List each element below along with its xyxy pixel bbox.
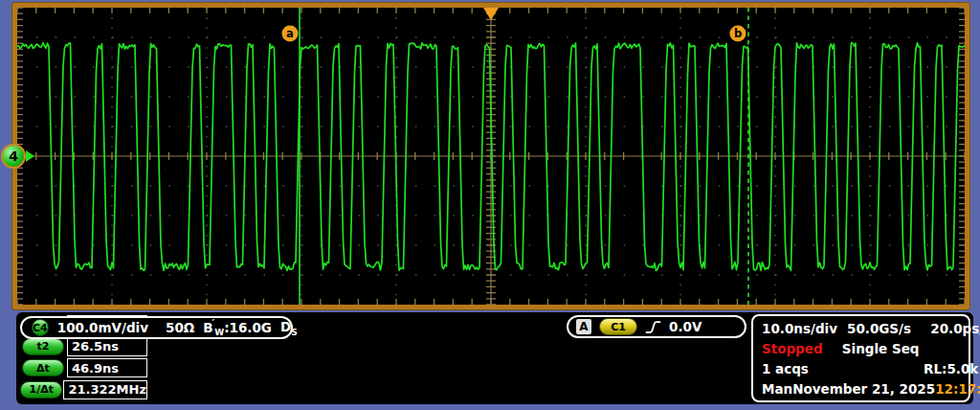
record-length: RL:5.0k [924, 361, 980, 376]
cursor-a-handle[interactable]: a [282, 26, 299, 42]
run-state-row: Stopped Single Seq [762, 341, 980, 356]
channel-c4-badge[interactable]: C4 [32, 319, 49, 336]
channel-4-reference-arrow [26, 150, 34, 162]
cursor-row-inverse-delta-t: 1/Δt 21.322MHz [19, 380, 147, 399]
time-display: 12:17:08 [935, 381, 980, 397]
delta-t-badge[interactable]: Δt [22, 359, 64, 376]
t2-badge[interactable]: t2 [22, 338, 64, 355]
cursor-b-handle[interactable]: b [730, 26, 746, 42]
svg-text:b: b [734, 27, 742, 40]
datetime-row: Man November 21, 2025 12:17:08 [762, 381, 980, 397]
horizontal-settings-row: 10.0ns/div 50.0GS/s 20.0ps/pt [762, 321, 980, 336]
sample-rate: 50.0GS/s [847, 321, 911, 336]
bandwidth-readout: B′W:16.0G [203, 318, 272, 337]
sampling-mode-readout: DS [280, 319, 298, 337]
acquisition-mode: Single Seq [842, 341, 920, 356]
resolution: 20.0ps/pt [930, 321, 980, 336]
status-bar: C4 100.0mV/div 50Ω B′W:16.0G DS t1 -20.4… [16, 312, 973, 404]
t2-value: 26.5ns [67, 337, 147, 356]
acquisition-state: Stopped [762, 341, 823, 356]
input-impedance: 50Ω [166, 320, 194, 335]
acquisition-panel: 10.0ns/div 50.0GS/s 20.0ps/pt Stopped Si… [751, 314, 970, 402]
inverse-delta-t-value: 21.322MHz [63, 380, 147, 399]
trigger-level[interactable]: 0.0V [669, 319, 702, 334]
trigger-position-marker[interactable] [483, 8, 499, 20]
channel-readout-panel: C4 100.0mV/div 50Ω B′W:16.0G DS [20, 316, 293, 339]
cursor-row-t2: t2 26.5ns [19, 337, 147, 356]
channel-4-marker[interactable]: 4 [1, 144, 26, 169]
waveform-display: ab [17, 8, 965, 305]
trigger-mode: Man [762, 381, 792, 397]
timebase[interactable]: 10.0ns/div [762, 321, 837, 336]
cursor-row-delta-t: Δt 46.9ns [19, 358, 147, 377]
inverse-delta-t-badge[interactable]: 1/Δt [20, 381, 62, 399]
trigger-readout-panel: A C1 0.0V [567, 315, 746, 338]
acquisition-count: 1 acqs [762, 361, 809, 376]
delta-t-value: 46.9ns [67, 358, 147, 377]
svg-text:a: a [286, 27, 294, 40]
acq-count-row: 1 acqs RL:5.0k [762, 361, 980, 376]
rising-edge-icon [645, 319, 661, 335]
date-display: November 21, 2025 [792, 381, 935, 397]
vertical-scale[interactable]: 100.0mV/div [57, 320, 148, 335]
trigger-source-c1-badge[interactable]: C1 [599, 318, 637, 335]
trigger-bus-a-badge[interactable]: A [576, 319, 591, 334]
